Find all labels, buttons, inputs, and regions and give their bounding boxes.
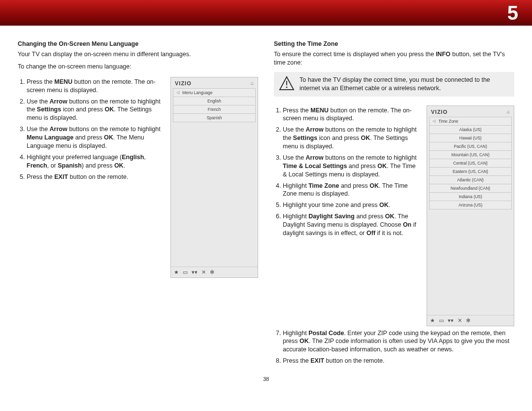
home-icon: ⌂ xyxy=(251,80,254,86)
v-icon: ▾▾ xyxy=(192,269,198,275)
menu-item: Mountain (US, CAN) xyxy=(429,151,512,159)
right-step-5: Highlight your time zone and press OK. xyxy=(283,201,420,209)
menu-item: Alaska (US) xyxy=(429,126,512,134)
right-step-6: Highlight Daylight Saving and press OK. … xyxy=(283,212,420,238)
right-split: Press the MENU button on the remote. The… xyxy=(274,103,514,326)
menu-item: Indiana (US) xyxy=(429,193,512,201)
menu-item: Pacific (US, CAN) xyxy=(429,142,512,151)
star-icon: ★ xyxy=(430,317,435,324)
left-heading: Changing the On-Screen Menu Language xyxy=(18,40,258,47)
home-icon: ⌂ xyxy=(507,109,510,114)
left-step-5: Press the EXIT button on the remote. xyxy=(27,173,164,181)
menu-item: Arizona (US) xyxy=(429,201,512,209)
vizio-logo: VIZIO xyxy=(431,109,448,115)
left-split: Press the MENU button on the remote. The… xyxy=(18,75,258,278)
menu-item: Eastern (US, CAN) xyxy=(429,168,512,176)
menu-item: Hawaii (US) xyxy=(429,134,512,142)
left-step-3: Use the Arrow buttons on the remote to h… xyxy=(27,125,164,150)
right-step-4: Highlight Time Zone and press OK. The Ti… xyxy=(283,182,420,199)
note-box: To have the TV display the correct time,… xyxy=(274,72,514,97)
menu-item: French xyxy=(173,105,256,114)
gear-icon: ✻ xyxy=(466,317,470,324)
left-column: Changing the On-Screen Menu Language You… xyxy=(18,40,258,368)
warning-icon xyxy=(279,76,295,91)
right-step-8: Press the EXIT button on the remote. xyxy=(283,357,514,365)
close-icon: ✕ xyxy=(458,317,462,324)
back-arrow-icon: ◁ xyxy=(176,90,179,95)
svg-point-2 xyxy=(286,86,288,88)
chapter-number: 5 xyxy=(507,2,518,24)
right-step-2: Use the Arrow buttons on the remote to h… xyxy=(283,126,420,151)
star-icon: ★ xyxy=(174,269,179,275)
right-step-7: Highlight Postal Code. Enter your ZIP co… xyxy=(283,329,514,354)
back-arrow-icon: ◁ xyxy=(432,119,435,123)
v-icon: ▾▾ xyxy=(448,317,454,324)
page-number: 38 xyxy=(0,373,532,389)
vizio-logo: VIZIO xyxy=(175,80,192,86)
right-steps: Press the MENU button on the remote. The… xyxy=(274,103,420,240)
page-body: Changing the On-Screen Menu Language You… xyxy=(0,26,532,373)
wide-icon: ▭ xyxy=(183,269,188,275)
left-steps: Press the MENU button on the remote. The… xyxy=(18,75,164,184)
right-column: Setting the Time Zone To ensure the corr… xyxy=(274,40,514,368)
left-step-2: Use the Arrow buttons on the remote to h… xyxy=(27,98,164,123)
right-step-3: Use the Arrow buttons on the remote to h… xyxy=(283,154,420,179)
right-heading: Setting the Time Zone xyxy=(274,40,514,47)
gear-icon: ✻ xyxy=(210,269,214,275)
menu-item: Newfoundland (CAN) xyxy=(429,184,512,193)
note-text: To have the TV display the correct time,… xyxy=(299,76,509,93)
timezone-menu-list: ◁Time Zone Alaska (US) Hawaii (US) Pacif… xyxy=(427,117,514,209)
mock-footer-icons: ★ ▭ ▾▾ ✕ ✻ xyxy=(171,267,258,277)
mock-footer-icons: ★ ▭ ▾▾ ✕ ✻ xyxy=(427,315,514,326)
left-step-4: Highlight your preferred language (Engli… xyxy=(27,153,164,170)
left-step-1: Press the MENU button on the remote. The… xyxy=(27,78,164,95)
timezone-menu-mock: VIZIO ⌂ ◁Time Zone Alaska (US) Hawaii (U… xyxy=(427,105,514,326)
left-intro: Your TV can display the on-screen menu i… xyxy=(18,50,258,59)
menu-item: Central (US, CAN) xyxy=(429,159,512,168)
right-intro: To ensure the correct time is displayed … xyxy=(274,50,514,67)
menu-item: English xyxy=(173,97,256,105)
menu-item: Spanish xyxy=(173,114,256,122)
right-steps-cont: Highlight Postal Code. Enter your ZIP co… xyxy=(274,329,514,366)
header-bar: 5 xyxy=(0,0,532,26)
menu-item: Atlantic (CAN) xyxy=(429,176,512,184)
menu-title-row: ◁Menu Language xyxy=(173,88,256,97)
wide-icon: ▭ xyxy=(439,317,444,324)
menu-title-row: ◁Time Zone xyxy=(429,117,512,126)
right-step-1: Press the MENU button on the remote. The… xyxy=(283,106,420,123)
language-menu-mock: VIZIO ⌂ ◁Menu Language English French Sp… xyxy=(170,77,258,278)
left-lead: To change the on-screen menu language: xyxy=(18,63,258,71)
language-menu-list: ◁Menu Language English French Spanish xyxy=(171,88,258,122)
close-icon: ✕ xyxy=(201,269,206,275)
